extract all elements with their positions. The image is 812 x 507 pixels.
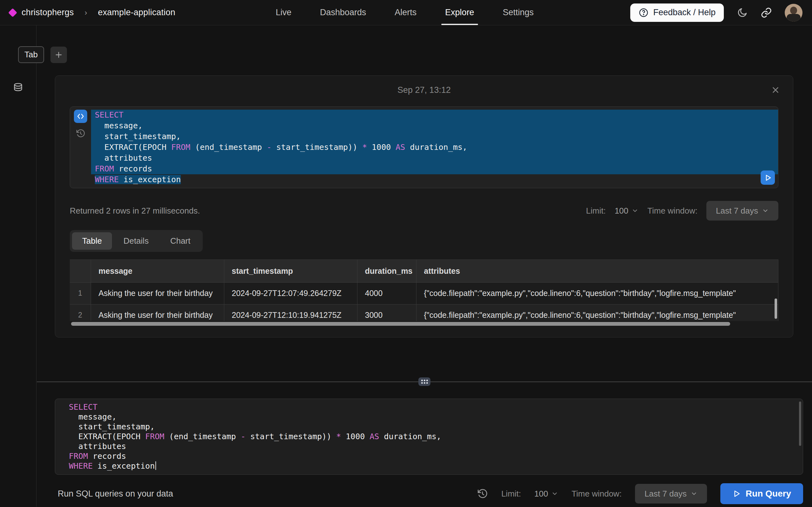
nav-tab-alerts[interactable]: Alerts — [391, 0, 420, 25]
user-avatar[interactable] — [785, 4, 803, 21]
question-circle-icon — [639, 8, 649, 18]
breadcrumb: christophergs › example-application — [9, 8, 175, 17]
saved-sql-block: SELECT message, start_timestamp, EXTRACT… — [70, 107, 778, 188]
view-tab-chart[interactable]: Chart — [160, 232, 201, 250]
table-row[interactable]: 2Asking the user for their birthday2024-… — [70, 304, 778, 321]
time-window-label: Time window: — [647, 206, 698, 216]
results-table: messagestart_timestampduration_msattribu… — [70, 260, 778, 321]
table-row[interactable]: 1Asking the user for their birthday2024-… — [70, 282, 778, 304]
top-nav: christophergs › example-application Live… — [0, 0, 812, 25]
code-view-button[interactable] — [74, 110, 87, 123]
column-header-start_timestamp[interactable]: start_timestamp — [224, 260, 357, 282]
table-header-row: messagestart_timestampduration_msattribu… — [70, 260, 778, 282]
breadcrumb-separator: › — [85, 8, 87, 17]
logfire-logo-icon[interactable] — [8, 8, 17, 17]
column-header-message[interactable]: message — [91, 260, 224, 282]
pane-splitter[interactable] — [37, 382, 812, 382]
nav-tab-live[interactable]: Live — [272, 0, 295, 25]
time-window-dropdown[interactable]: Last 7 days — [635, 484, 707, 504]
history-icon[interactable] — [477, 488, 488, 499]
row-number: 2 — [70, 304, 91, 321]
explore-page: Tab Sep 27, 13:12 — [0, 25, 812, 507]
share-link-icon[interactable] — [761, 7, 772, 18]
plus-icon — [54, 50, 63, 59]
limit-label: Limit: — [501, 489, 521, 499]
cell-message: Asking the user for their birthday — [91, 304, 224, 321]
cell-duration-ms: 4000 — [357, 282, 416, 304]
chevron-down-icon — [551, 490, 558, 497]
row-number-header — [70, 260, 91, 282]
cell-duration-ms: 3000 — [357, 304, 416, 321]
chevron-down-icon — [691, 490, 698, 497]
play-icon — [764, 174, 772, 181]
time-window-dropdown[interactable]: Last 7 days — [706, 201, 778, 221]
run-query-label: Run Query — [746, 489, 791, 499]
nav-tab-explore[interactable]: Explore — [441, 0, 478, 25]
query-timestamp: Sep 27, 13:12 — [397, 85, 451, 95]
add-tab-button[interactable] — [50, 47, 67, 63]
sql-editor[interactable]: SELECT message, start_timestamp, EXTRACT… — [55, 399, 803, 475]
run-saved-query-button[interactable] — [761, 170, 775, 185]
text-caret — [155, 461, 156, 470]
time-window-label: Time window: — [571, 489, 622, 499]
cell-attributes: {"code.filepath":"example.py","code.line… — [416, 304, 778, 321]
cell-attributes: {"code.filepath":"example.py","code.line… — [416, 282, 778, 304]
result-summary: Returned 2 rows in 27 milliseconds. — [70, 206, 200, 216]
dark-mode-moon-icon[interactable] — [737, 7, 748, 18]
results-table-wrap: messagestart_timestampduration_msattribu… — [70, 260, 778, 321]
query-history-card: Sep 27, 13:12 — [55, 75, 793, 337]
nav-tabs: LiveDashboardsAlertsExploreSettings — [272, 0, 537, 25]
table-horizontal-scrollbar[interactable] — [70, 322, 778, 326]
view-tab-table[interactable]: Table — [72, 232, 112, 250]
limit-dropdown[interactable]: 100 — [615, 206, 639, 216]
cell-message: Asking the user for their birthday — [91, 282, 224, 304]
table-vertical-scrollbar[interactable] — [774, 298, 777, 319]
breadcrumb-project[interactable]: example-application — [98, 8, 175, 17]
chevron-down-icon — [762, 207, 769, 214]
editor-scrollbar[interactable] — [799, 401, 801, 446]
main-area: Sep 27, 13:12 — [37, 25, 812, 507]
view-tab-details[interactable]: Details — [113, 232, 159, 250]
breadcrumb-org[interactable]: christophergs — [21, 8, 74, 17]
bottom-bar: Run SQL queries on your data Limit: 100 … — [37, 481, 812, 507]
nav-tab-settings[interactable]: Settings — [499, 0, 538, 25]
feedback-help-label: Feedback / Help — [653, 8, 716, 17]
history-icon[interactable] — [76, 129, 85, 138]
feedback-help-button[interactable]: Feedback / Help — [630, 3, 724, 22]
column-header-attributes[interactable]: attributes — [416, 260, 778, 282]
cell-start-timestamp: 2024-09-27T12:10:19.941275Z — [224, 304, 357, 321]
chevron-down-icon — [631, 207, 639, 214]
database-schema-icon[interactable] — [13, 82, 23, 507]
row-number: 1 — [70, 282, 91, 304]
play-icon — [732, 490, 741, 498]
cell-start-timestamp: 2024-09-27T12:07:49.264279Z — [224, 282, 357, 304]
left-sidebar — [0, 25, 37, 507]
column-header-duration_ms[interactable]: duration_ms — [357, 260, 416, 282]
result-view-tabs: TableDetailsChart — [70, 230, 203, 252]
splitter-grip-icon[interactable] — [418, 377, 430, 386]
saved-sql-code[interactable]: SELECT message, start_timestamp, EXTRACT… — [91, 107, 778, 188]
nav-tab-dashboards[interactable]: Dashboards — [316, 0, 370, 25]
run-query-button[interactable]: Run Query — [720, 483, 803, 504]
close-icon[interactable] — [771, 85, 780, 95]
limit-dropdown[interactable]: 100 — [535, 489, 558, 499]
code-brackets-icon — [77, 112, 85, 120]
editor-hint: Run SQL queries on your data — [58, 489, 173, 499]
query-tab-chip[interactable]: Tab — [18, 46, 44, 63]
limit-label: Limit: — [586, 206, 606, 216]
